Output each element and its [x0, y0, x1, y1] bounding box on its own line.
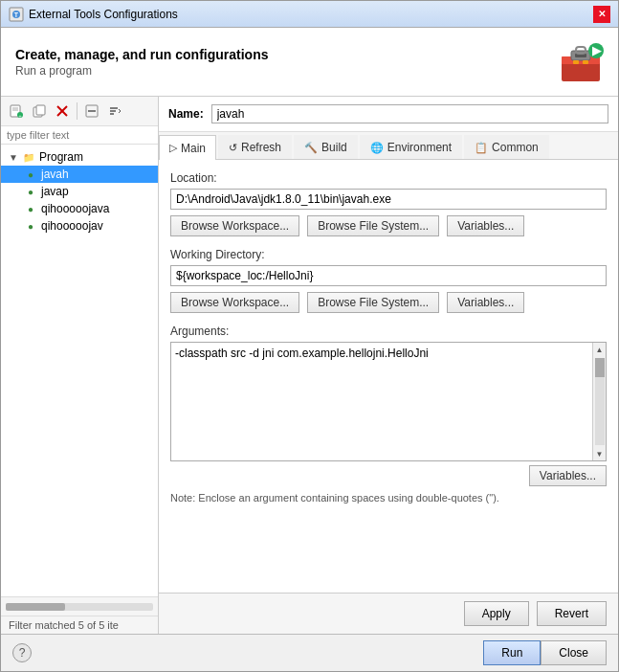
- svg-rect-8: [573, 60, 579, 64]
- variables-btn-row: Variables...: [170, 465, 607, 486]
- svg-text:▶: ▶: [592, 44, 602, 57]
- sidebar-scrollbar-thumb: [6, 603, 65, 611]
- apply-button[interactable]: Apply: [464, 601, 529, 626]
- filter-input[interactable]: [1, 126, 158, 145]
- name-label: Name:: [168, 107, 204, 121]
- tree-item-q1-label: qihooooojava: [41, 202, 109, 215]
- tree-item-program[interactable]: ▼ 📁 Program: [1, 148, 158, 166]
- tab-refresh-label: Refresh: [241, 141, 281, 154]
- title-bar-text: External Tools Configurations: [29, 8, 178, 21]
- name-bar: Name:: [159, 97, 618, 132]
- sidebar-scrollbar[interactable]: [1, 596, 158, 616]
- right-panel: Name: ▷ Main ↺ Refresh 🔨 Build 🌐: [159, 97, 618, 634]
- common-tab-icon: 📋: [475, 142, 488, 154]
- run-button[interactable]: Run: [483, 640, 541, 665]
- arguments-note: Note: Enclose an argument containing spa…: [170, 492, 607, 504]
- tab-build[interactable]: 🔨 Build: [294, 135, 358, 159]
- scroll-down-arrow[interactable]: ▼: [593, 447, 607, 460]
- tab-refresh[interactable]: ↺ Refresh: [218, 135, 292, 159]
- tab-common[interactable]: 📋 Common: [464, 135, 549, 159]
- tree-item-javah-label: javah: [41, 168, 69, 181]
- tree-item-javah[interactable]: ● javah: [1, 166, 158, 183]
- tree-item-javap[interactable]: ● javap: [1, 183, 158, 200]
- header-section: Create, manage, and run configurations R…: [1, 28, 618, 97]
- tree-item-javap-label: javap: [41, 185, 69, 198]
- workdir-variables-button[interactable]: Variables...: [447, 292, 524, 313]
- tree-item-qihooooojav2[interactable]: ● qihooooojav: [1, 217, 158, 235]
- bottom-strip: ? Run Close: [1, 634, 618, 671]
- working-directory-input[interactable]: [170, 265, 607, 286]
- tree-item-q2-label: qihooooojav: [41, 219, 103, 233]
- arguments-input[interactable]: [171, 343, 606, 458]
- close-button[interactable]: Close: [541, 640, 607, 665]
- tree-view: ▼ 📁 Program ● javah ● javap ● qihoooooja…: [1, 145, 158, 596]
- location-browse-filesystem-button[interactable]: Browse File System...: [307, 215, 439, 236]
- tree-item-program-label: Program: [39, 150, 83, 164]
- apply-revert-bar: Apply Revert: [159, 593, 618, 634]
- new-config-button[interactable]: +: [6, 101, 27, 122]
- new-config-icon: +: [10, 104, 23, 118]
- filter-status: Filter matched 5 of 5 ite: [1, 616, 158, 634]
- tab-main-label: Main: [181, 142, 206, 155]
- tree-item-qihooooojava1[interactable]: ● qihooooojava: [1, 200, 158, 217]
- header-title: Create, manage, and run configurations: [15, 47, 269, 62]
- tab-main[interactable]: ▷ Main: [159, 135, 216, 160]
- workdir-browse-filesystem-button[interactable]: Browse File System...: [307, 292, 439, 313]
- help-button[interactable]: ?: [12, 643, 32, 662]
- close-window-button[interactable]: ✕: [593, 6, 610, 23]
- duplicate-icon: [33, 104, 46, 118]
- location-input[interactable]: [170, 189, 607, 210]
- dialog-window: T External Tools Configurations ✕ Create…: [0, 0, 619, 672]
- sort-icon: [108, 104, 122, 118]
- run-icon-q1: ●: [24, 202, 37, 215]
- arguments-wrapper: ▲ ▼: [170, 342, 607, 461]
- tab-environment-label: Environment: [387, 141, 452, 154]
- run-icon-javap: ●: [24, 185, 37, 198]
- scroll-thumb: [595, 358, 605, 377]
- run-icon-javah: ●: [24, 168, 37, 181]
- working-directory-buttons: Browse Workspace... Browse File System..…: [170, 292, 607, 313]
- tabs: ▷ Main ↺ Refresh 🔨 Build 🌐 Environment 📋: [159, 132, 618, 160]
- toolbar-separator: [77, 102, 77, 120]
- dialog-icon: T: [9, 7, 24, 22]
- arguments-scrollbar[interactable]: ▲ ▼: [592, 343, 606, 460]
- delete-icon: [55, 104, 69, 118]
- location-group: Location: Browse Workspace... Browse Fil…: [170, 171, 607, 236]
- scroll-up-arrow[interactable]: ▲: [593, 343, 607, 356]
- title-bar: T External Tools Configurations ✕: [1, 1, 618, 28]
- header-text: Create, manage, and run configurations R…: [15, 47, 269, 78]
- workdir-browse-workspace-button[interactable]: Browse Workspace...: [170, 292, 299, 313]
- svg-text:+: +: [18, 113, 22, 119]
- folder-icon: 📁: [22, 150, 35, 164]
- tab-content-main: Location: Browse Workspace... Browse Fil…: [159, 160, 618, 593]
- filter-status-text: Filter matched 5 of 5 ite: [9, 619, 119, 631]
- svg-rect-9: [583, 60, 588, 64]
- location-browse-workspace-button[interactable]: Browse Workspace...: [170, 215, 299, 236]
- collapse-button[interactable]: [81, 101, 102, 122]
- sort-button[interactable]: [104, 101, 125, 122]
- duplicate-button[interactable]: [29, 101, 50, 122]
- arguments-label: Arguments:: [170, 325, 607, 338]
- revert-button[interactable]: Revert: [537, 601, 607, 626]
- working-directory-label: Working Directory:: [170, 248, 607, 261]
- main-tab-icon: ▷: [169, 142, 177, 154]
- svg-text:T: T: [14, 11, 19, 18]
- location-variables-button[interactable]: Variables...: [447, 215, 524, 236]
- arguments-variables-button[interactable]: Variables...: [529, 465, 607, 486]
- location-label: Location:: [170, 171, 607, 185]
- sidebar: +: [1, 97, 159, 634]
- tab-common-label: Common: [492, 141, 539, 154]
- tab-environment[interactable]: 🌐 Environment: [360, 135, 462, 159]
- delete-button[interactable]: [52, 101, 73, 122]
- sidebar-toolbar: +: [1, 97, 158, 126]
- environment-tab-icon: 🌐: [370, 142, 384, 154]
- main-content: +: [1, 97, 618, 634]
- name-input[interactable]: [211, 104, 608, 123]
- title-bar-left: T External Tools Configurations: [9, 7, 178, 22]
- header-icon: ▶: [558, 37, 604, 86]
- expand-icon: ▼: [9, 152, 18, 163]
- build-tab-icon: 🔨: [304, 142, 318, 154]
- tab-build-label: Build: [321, 141, 347, 154]
- collapse-icon: [85, 104, 99, 118]
- arguments-group: Arguments: ▲ ▼ Variables...: [170, 325, 607, 504]
